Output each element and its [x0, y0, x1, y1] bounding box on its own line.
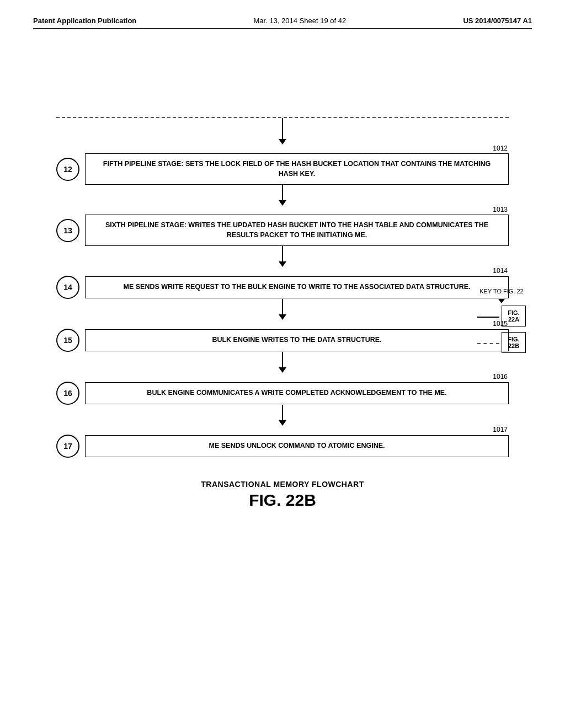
header-center: Mar. 13, 2014 Sheet 19 of 42 — [254, 17, 347, 25]
entry-arrow — [279, 118, 286, 144]
key-arrow — [498, 299, 505, 303]
figure-caption: TRANSACTIONAL MEMORY FLOWCHART FIG. 22B — [33, 480, 532, 510]
key-solid-line — [477, 317, 499, 318]
step-wrapper-16: 1016 16 BULK ENGINE COMMUNICATES A WRITE… — [56, 373, 509, 405]
figure-subtitle: TRANSACTIONAL MEMORY FLOWCHART — [33, 480, 532, 489]
arrow-16-17 — [279, 405, 286, 426]
step-number-14: 14 — [56, 276, 79, 299]
key-dashed-line — [477, 343, 499, 344]
flowchart: 1012 12 FIFTH PIPELINE STAGE: SETS THE L… — [33, 117, 532, 458]
flow-step-13: 13 SIXTH PIPELINE STAGE: WRITES THE UPDA… — [56, 215, 509, 246]
step-number-15: 15 — [56, 329, 79, 352]
flow-step-16: 16 BULK ENGINE COMMUNICATES A WRITE COMP… — [56, 382, 509, 405]
step-id-12: 1012 — [493, 144, 509, 152]
step-box-17: ME SENDS UNLOCK COMMAND TO ATOMIC ENGINE… — [85, 435, 509, 457]
step-box-15: BULK ENGINE WRITES TO THE DATA STRUCTURE… — [85, 329, 509, 351]
key-item-22a: FIG.22A — [477, 306, 525, 329]
step-number-13: 13 — [56, 219, 79, 242]
step-box-13: SIXTH PIPELINE STAGE: WRITES THE UPDATED… — [85, 215, 509, 246]
step-wrapper-17: 1017 17 ME SENDS UNLOCK COMMAND TO ATOMI… — [56, 426, 509, 458]
header-left: Patent Application Publication — [33, 17, 136, 25]
flow-step-17: 17 ME SENDS UNLOCK COMMAND TO ATOMIC ENG… — [56, 435, 509, 458]
step-box-16: BULK ENGINE COMMUNICATES A WRITE COMPLET… — [85, 382, 509, 404]
arrow-15-16 — [279, 352, 286, 373]
header-right: US 2014/0075147 A1 — [463, 17, 532, 25]
page: Patent Application Publication Mar. 13, … — [0, 0, 565, 728]
step-id-17: 1017 — [493, 426, 509, 433]
arrow-12-13 — [279, 185, 286, 206]
step-id-16: 1016 — [493, 373, 509, 381]
step-box-14: ME SENDS WRITE REQUEST TO THE BULK ENGIN… — [85, 276, 509, 298]
step-number-17: 17 — [56, 435, 79, 458]
figure-title: FIG. 22B — [33, 491, 532, 510]
step-number-16: 16 — [56, 382, 79, 405]
key-section: KEY TO FIG. 22 FIG.22A FIG.22B — [471, 288, 532, 355]
key-title: KEY TO FIG. 22 — [479, 288, 523, 295]
flow-step-15: 15 BULK ENGINE WRITES TO THE DATA STRUCT… — [56, 329, 509, 352]
flow-step-12: 12 FIFTH PIPELINE STAGE: SETS THE LOCK F… — [56, 153, 509, 185]
step-number-12: 12 — [56, 158, 79, 181]
step-box-12: FIFTH PIPELINE STAGE: SETS THE LOCK FIEL… — [85, 153, 509, 185]
arrow-13-14 — [279, 246, 286, 267]
step-id-13: 1013 — [493, 206, 509, 213]
key-label-22b: FIG.22B — [502, 332, 525, 353]
step-wrapper-12: 1012 12 FIFTH PIPELINE STAGE: SETS THE L… — [56, 144, 509, 185]
page-header: Patent Application Publication Mar. 13, … — [33, 17, 532, 29]
step-wrapper-13: 1013 13 SIXTH PIPELINE STAGE: WRITES THE… — [56, 206, 509, 246]
flow-step-14: 14 ME SENDS WRITE REQUEST TO THE BULK EN… — [56, 276, 509, 299]
step-wrapper-14: 1014 14 ME SENDS WRITE REQUEST TO THE BU… — [56, 267, 509, 299]
step-id-14: 1014 — [493, 267, 509, 275]
flow-container: 1012 12 FIFTH PIPELINE STAGE: SETS THE L… — [56, 118, 509, 458]
key-item-22b: FIG.22B — [477, 332, 525, 355]
step-wrapper-15: 1015 15 BULK ENGINE WRITES TO THE DATA S… — [56, 320, 509, 352]
key-label-22a: FIG.22A — [502, 306, 525, 326]
arrow-14-15 — [279, 299, 286, 320]
